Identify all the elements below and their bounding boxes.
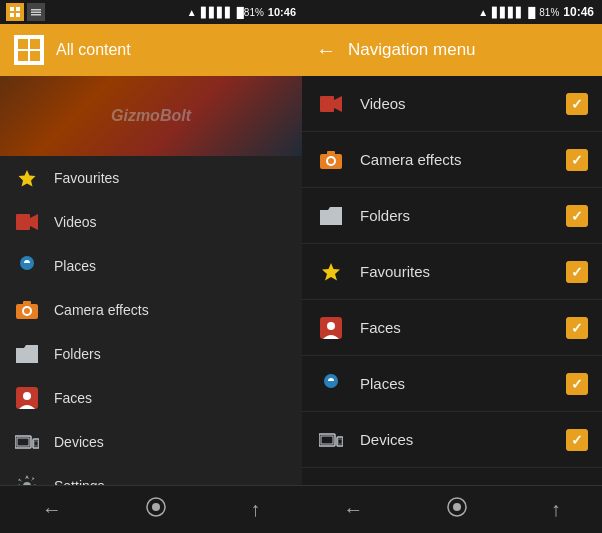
- right-nav-label-camera: Camera effects: [360, 151, 552, 168]
- star-icon: [14, 165, 40, 191]
- svg-point-32: [152, 503, 160, 511]
- right-nav-favourites[interactable]: Favourites: [302, 244, 602, 300]
- right-nav-label-folders: Folders: [360, 207, 552, 224]
- svg-rect-0: [10, 7, 14, 11]
- back-button-right[interactable]: ←: [343, 498, 363, 521]
- pin-icon-right: [316, 369, 346, 399]
- svg-rect-3: [16, 13, 20, 17]
- video-icon: [14, 209, 40, 235]
- svg-marker-11: [19, 170, 36, 187]
- battery-icon: █81%: [237, 7, 264, 18]
- svg-rect-48: [338, 439, 342, 444]
- left-header-title: All content: [56, 41, 131, 59]
- app-icon-2-svg: [30, 6, 42, 18]
- right-nav-label-places: Places: [360, 375, 552, 392]
- checkbox-places[interactable]: [566, 373, 588, 395]
- settings-icon: [14, 473, 40, 485]
- svg-rect-6: [31, 14, 41, 16]
- battery-pct-right: 81%: [539, 7, 559, 18]
- right-nav-label-favourites: Favourites: [360, 263, 552, 280]
- back-button-left[interactable]: ←: [42, 498, 62, 521]
- checkbox-favourites[interactable]: [566, 261, 588, 283]
- right-nav-places[interactable]: Places: [302, 356, 602, 412]
- left-header: All content: [0, 24, 302, 76]
- svg-marker-39: [322, 263, 340, 281]
- nav-item-faces[interactable]: Faces: [0, 376, 302, 420]
- right-panel: ▲ ▋▋▋▋ █ 81% 10:46 ← Navigation menu Vid…: [302, 0, 602, 533]
- right-nav-facebook[interactable]: f Facebook: [302, 468, 602, 485]
- folder-icon-right: [316, 201, 346, 231]
- left-bottom-bar: ← ↑: [0, 485, 302, 533]
- right-nav-label-videos: Videos: [360, 95, 552, 112]
- status-bar-right: ▲ ▋▋▋▋ █ 81% 10:46: [302, 0, 602, 24]
- wifi-icon: ▲: [187, 7, 197, 18]
- nav-label-places: Places: [54, 258, 96, 274]
- up-button-right[interactable]: ↑: [551, 498, 561, 521]
- right-nav-list: Videos Camera effects Folders Favourites: [302, 76, 602, 485]
- nav-label-devices: Devices: [54, 434, 104, 450]
- app-logo-svg: [18, 39, 40, 61]
- gizmo-button-right[interactable]: [446, 496, 468, 523]
- devices-icon-left: [14, 429, 40, 455]
- svg-rect-20: [23, 301, 31, 305]
- right-nav-devices[interactable]: Devices: [302, 412, 602, 468]
- nav-item-folders[interactable]: Folders: [0, 332, 302, 376]
- camera-icon-left: [14, 297, 40, 323]
- checkbox-camera[interactable]: [566, 149, 588, 171]
- app-icons: [6, 3, 45, 21]
- svg-rect-4: [31, 9, 41, 11]
- signal-icon-right: ▋▋▋▋: [492, 7, 524, 18]
- right-nav-camera[interactable]: Camera effects: [302, 132, 602, 188]
- svg-point-41: [327, 322, 335, 330]
- wifi-icon-right: ▲: [478, 7, 488, 18]
- checkbox-videos[interactable]: [566, 93, 588, 115]
- face-icon-right: [316, 313, 346, 343]
- nav-item-favourites[interactable]: Favourites: [0, 156, 302, 200]
- nav-label-folders: Folders: [54, 346, 101, 362]
- nav-item-camera[interactable]: Camera effects: [0, 288, 302, 332]
- devices-icon-right: [316, 425, 346, 455]
- right-nav-faces[interactable]: Faces: [302, 300, 602, 356]
- star-icon-right: [316, 257, 346, 287]
- svg-rect-10: [30, 51, 40, 61]
- svg-rect-24: [17, 438, 29, 446]
- app-icon-2: [27, 3, 45, 21]
- gizmo-button-left[interactable]: [145, 496, 167, 523]
- nav-label-camera: Camera effects: [54, 302, 149, 318]
- app-logo: [14, 35, 44, 65]
- camera-icon-right: [316, 145, 346, 175]
- nav-label-videos: Videos: [54, 214, 97, 230]
- svg-rect-5: [31, 12, 41, 14]
- nav-item-places[interactable]: Places: [0, 244, 302, 288]
- svg-rect-9: [18, 51, 28, 61]
- svg-rect-38: [327, 151, 335, 155]
- nav-item-videos[interactable]: Videos: [0, 200, 302, 244]
- time-right: 10:46: [563, 5, 594, 19]
- back-arrow-right[interactable]: ←: [316, 39, 336, 62]
- nav-item-settings[interactable]: Settings: [0, 464, 302, 485]
- nav-item-devices[interactable]: Devices: [0, 420, 302, 464]
- right-nav-videos[interactable]: Videos: [302, 76, 602, 132]
- checkbox-devices[interactable]: [566, 429, 588, 451]
- svg-point-37: [328, 158, 334, 164]
- right-nav-label-devices: Devices: [360, 431, 552, 448]
- svg-rect-12: [16, 214, 30, 230]
- nav-label-favourites: Favourites: [54, 170, 119, 186]
- battery-right: █: [528, 7, 535, 18]
- app-icon-1: [6, 3, 24, 21]
- nav-label-settings: Settings: [54, 478, 105, 485]
- right-header-title: Navigation menu: [348, 40, 476, 60]
- up-button-left[interactable]: ↑: [250, 498, 260, 521]
- time-left: 10:46: [268, 6, 296, 18]
- status-bar-left-info: ▲ ▋▋▋▋ █81% 10:46: [187, 6, 296, 18]
- left-panel: ▲ ▋▋▋▋ █81% 10:46 All content GizmoBolt: [0, 0, 302, 533]
- checkbox-folders[interactable]: [566, 205, 588, 227]
- face-icon-left: [14, 385, 40, 411]
- nav-label-faces: Faces: [54, 390, 92, 406]
- checkbox-faces[interactable]: [566, 317, 588, 339]
- video-icon-right: [316, 89, 346, 119]
- svg-marker-13: [30, 214, 38, 230]
- right-nav-folders[interactable]: Folders: [302, 188, 602, 244]
- app-icon-svg: [9, 6, 21, 18]
- svg-point-22: [23, 392, 31, 400]
